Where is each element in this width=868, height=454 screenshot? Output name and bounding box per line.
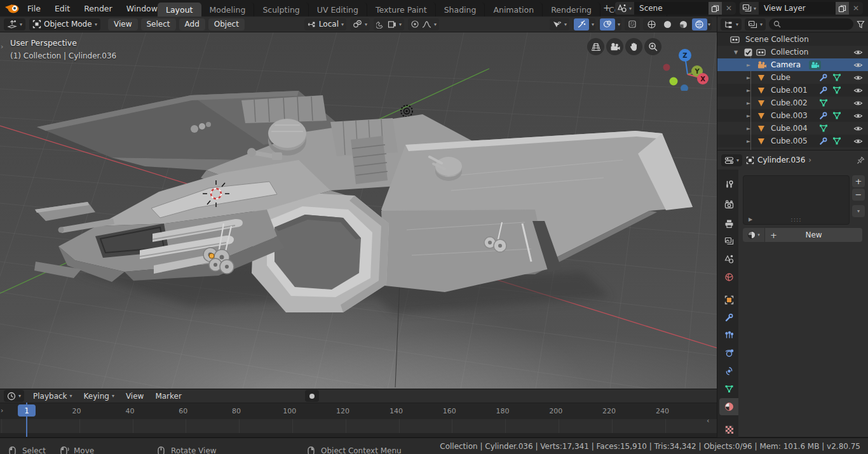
orthographic-toggle-button[interactable] xyxy=(587,38,604,55)
pivot-point-dropdown[interactable]: ▾ xyxy=(350,18,370,30)
outliner-row-cube-001[interactable]: ► Cube.001 xyxy=(717,84,868,97)
gizmo-minus-x[interactable] xyxy=(663,64,670,71)
outliner-row-camera[interactable]: ► Camera xyxy=(717,58,868,71)
pin-icon[interactable] xyxy=(857,156,865,164)
scene-copy-button[interactable] xyxy=(709,2,722,15)
timeline-menu-view[interactable]: View xyxy=(122,392,147,401)
timeline-menu-marker[interactable]: Marker xyxy=(151,392,185,401)
view-layer-remove-button[interactable]: ✕ xyxy=(849,2,863,15)
timeline-expand-arrow[interactable]: › xyxy=(1,406,3,415)
outliner-row-scene-collection[interactable]: Scene Collection xyxy=(717,33,868,46)
timeline-editor-type-button[interactable]: ▾ xyxy=(4,390,24,402)
disclosure-triangle[interactable]: ► xyxy=(747,138,750,144)
outliner-label[interactable]: Cube.003 xyxy=(771,111,808,120)
outliner-label[interactable]: Cube.004 xyxy=(771,124,808,133)
menu-file[interactable]: File xyxy=(22,3,46,15)
timeline-ruler[interactable]: 20406080100120140160180200220240 xyxy=(0,403,717,419)
outliner-label[interactable]: Cube.002 xyxy=(771,98,808,107)
outliner-row-collection[interactable]: ▼ Collection xyxy=(717,46,868,58)
snap-target-icon[interactable] xyxy=(388,20,397,29)
shading-rendered-button[interactable] xyxy=(692,18,707,30)
disclosure-triangle[interactable]: ▼ xyxy=(734,50,738,55)
outliner-label[interactable]: Cube xyxy=(771,73,790,82)
workspace-tab-sculpting[interactable]: Sculpting xyxy=(254,3,308,17)
modifier-wrench-icon[interactable] xyxy=(819,86,827,95)
camera-view-button[interactable] xyxy=(606,38,623,55)
gizmo-minus-z[interactable] xyxy=(681,84,688,91)
disclosure-triangle[interactable]: ► xyxy=(747,88,750,93)
modifier-wrench-icon[interactable] xyxy=(819,74,827,82)
scene-name[interactable]: Scene xyxy=(634,2,709,15)
pan-view-button[interactable] xyxy=(625,38,642,55)
menu-edit[interactable]: Edit xyxy=(49,3,76,15)
resize-grip-icon[interactable]: :::: xyxy=(790,216,801,223)
magnet-icon[interactable] xyxy=(376,20,385,29)
viewport-menu-object[interactable]: Object xyxy=(208,18,245,30)
workspace-tab-modeling[interactable]: Modeling xyxy=(201,3,255,17)
outliner-display-mode-button[interactable]: ▾ xyxy=(721,18,742,30)
slot-expander-icon[interactable]: ▶ xyxy=(749,217,752,222)
outliner-label[interactable]: Cube.005 xyxy=(771,137,808,145)
outliner-row-cube-005[interactable]: ► Cube.005 xyxy=(717,135,868,147)
outliner-row-cube-003[interactable]: ► Cube.003 xyxy=(717,109,868,122)
properties-editor-type-button[interactable]: ▾ xyxy=(721,154,742,166)
transform-orientation-dropdown[interactable]: Local ▾ xyxy=(304,18,346,30)
remove-material-slot-button[interactable]: − xyxy=(852,189,865,201)
workspace-tab-animation[interactable]: Animation xyxy=(485,3,543,17)
breadcrumb-object-name[interactable]: Cylinder.036 xyxy=(757,156,805,164)
disclosure-triangle[interactable]: ► xyxy=(747,126,750,131)
falloff-curve-icon[interactable] xyxy=(422,20,431,29)
mesh-data-icon[interactable] xyxy=(832,111,841,120)
modifier-wrench-icon[interactable] xyxy=(819,137,827,145)
menu-window[interactable]: Window xyxy=(121,3,163,15)
mesh-data-icon[interactable] xyxy=(832,73,841,82)
eye-icon[interactable] xyxy=(853,99,863,107)
workspace-tab-shading[interactable]: Shading xyxy=(436,3,485,17)
properties-tab-output[interactable] xyxy=(719,215,738,232)
properties-tab-object[interactable] xyxy=(719,291,738,309)
proportional-editing-icon[interactable] xyxy=(410,20,419,29)
disclosure-triangle[interactable]: ► xyxy=(747,62,750,68)
mesh-data-icon[interactable] xyxy=(819,124,828,133)
disclosure-triangle[interactable]: ► xyxy=(747,75,750,81)
add-workspace-button[interactable]: + xyxy=(598,1,616,16)
collection-checkbox[interactable] xyxy=(744,48,752,57)
xray-toggle[interactable] xyxy=(625,18,640,30)
timeline-scroll-strip[interactable] xyxy=(0,433,717,437)
viewport-menu-select[interactable]: Select xyxy=(141,18,176,30)
properties-tab-texture[interactable] xyxy=(719,421,738,438)
eye-icon[interactable] xyxy=(853,112,863,120)
outliner-label[interactable]: Scene Collection xyxy=(745,35,809,44)
eye-icon[interactable] xyxy=(853,86,863,95)
eye-icon[interactable] xyxy=(853,124,863,133)
mode-dropdown[interactable]: Object Mode ▾ xyxy=(29,18,100,30)
toolbar-expand-arrow[interactable]: › xyxy=(1,43,3,51)
mesh-data-icon[interactable] xyxy=(819,98,828,107)
shading-material-button[interactable] xyxy=(676,18,691,30)
gizmo-minus-y[interactable] xyxy=(670,77,678,86)
mesh-data-icon[interactable] xyxy=(832,86,841,95)
filter-icon[interactable] xyxy=(857,20,865,29)
visibility-dropdown[interactable]: ▾ xyxy=(550,18,569,30)
eye-icon[interactable] xyxy=(853,137,863,145)
playhead-badge[interactable]: 1 xyxy=(18,404,36,417)
timeline-menu-playback[interactable]: Playback ▾ xyxy=(29,392,76,401)
eye-icon[interactable] xyxy=(853,61,863,69)
scene-browse-button[interactable]: ▾ xyxy=(615,2,634,15)
properties-tab-view-layer[interactable] xyxy=(719,233,738,250)
workspace-tab-rendering[interactable]: Rendering xyxy=(543,3,600,17)
properties-tab-material[interactable] xyxy=(719,398,738,415)
view-layer-browse-button[interactable]: ▾ xyxy=(740,2,759,15)
properties-tab-object-data[interactable] xyxy=(719,380,738,397)
eye-icon[interactable] xyxy=(853,48,863,57)
properties-tab-scene[interactable] xyxy=(719,251,738,268)
auto-keying-button[interactable] xyxy=(305,390,319,402)
modifier-wrench-icon[interactable] xyxy=(819,112,827,120)
properties-tab-physics[interactable] xyxy=(719,345,738,362)
outliner-search-input[interactable] xyxy=(769,18,853,30)
scene-unlink-button[interactable]: ✕ xyxy=(722,2,736,15)
editor-type-button[interactable]: ▾ xyxy=(4,18,25,30)
viewport-menu-add[interactable]: Add xyxy=(179,18,205,30)
outliner-label[interactable]: Camera xyxy=(771,60,801,69)
outliner-row-cube-002[interactable]: ► Cube.002 xyxy=(717,97,868,109)
